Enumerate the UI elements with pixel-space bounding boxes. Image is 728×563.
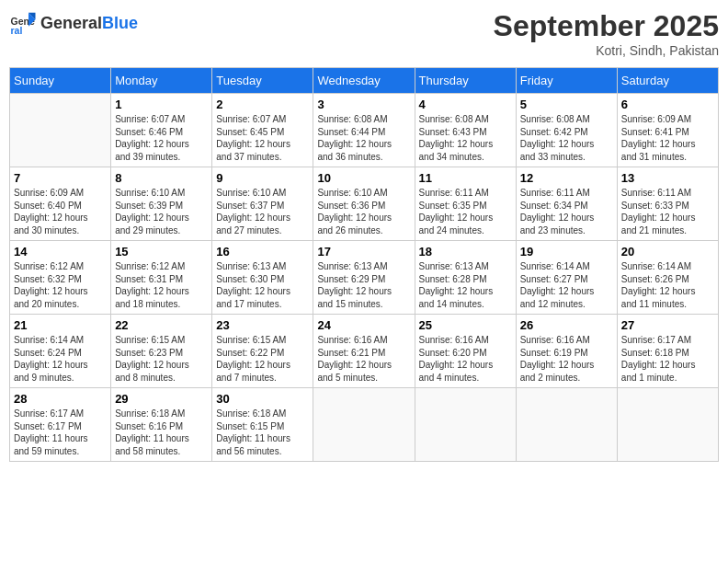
day-detail: Sunrise: 6:10 AM Sunset: 6:37 PM Dayligh… [216,187,309,236]
calendar-cell [313,388,415,462]
day-number: 27 [621,318,714,332]
calendar-cell: 11Sunrise: 6:11 AM Sunset: 6:35 PM Dayli… [415,167,516,241]
day-detail: Sunrise: 6:13 AM Sunset: 6:28 PM Dayligh… [419,260,512,310]
col-header-wednesday: Wednesday [313,68,415,94]
logo-general: General [40,14,102,32]
calendar-cell: 18Sunrise: 6:13 AM Sunset: 6:28 PM Dayli… [415,241,516,315]
day-number: 9 [216,171,309,185]
day-detail: Sunrise: 6:14 AM Sunset: 6:27 PM Dayligh… [520,260,613,310]
calendar-cell: 5Sunrise: 6:08 AM Sunset: 6:42 PM Daylig… [516,94,617,167]
calendar-table: SundayMondayTuesdayWednesdayThursdayFrid… [9,67,719,462]
calendar-week-row: 1Sunrise: 6:07 AM Sunset: 6:46 PM Daylig… [10,94,719,167]
calendar-cell: 20Sunrise: 6:14 AM Sunset: 6:26 PM Dayli… [617,241,718,315]
page-header: Gene ral GeneralBlue September 2025 Kotr… [9,9,719,58]
calendar-cell: 14Sunrise: 6:12 AM Sunset: 6:32 PM Dayli… [10,241,111,315]
calendar-cell: 2Sunrise: 6:07 AM Sunset: 6:45 PM Daylig… [212,94,313,167]
calendar-cell [516,388,617,462]
day-number: 1 [115,98,208,111]
day-number: 16 [216,245,309,259]
day-detail: Sunrise: 6:15 AM Sunset: 6:23 PM Dayligh… [115,334,208,384]
day-detail: Sunrise: 6:09 AM Sunset: 6:40 PM Dayligh… [14,187,107,236]
calendar-cell: 24Sunrise: 6:16 AM Sunset: 6:21 PM Dayli… [313,315,415,388]
day-number: 5 [520,98,613,111]
day-number: 7 [14,171,107,185]
day-number: 3 [317,98,410,111]
day-number: 29 [115,392,208,406]
day-detail: Sunrise: 6:14 AM Sunset: 6:24 PM Dayligh… [14,334,107,384]
day-number: 18 [419,245,512,259]
day-detail: Sunrise: 6:18 AM Sunset: 6:15 PM Dayligh… [216,408,309,457]
calendar-cell: 22Sunrise: 6:15 AM Sunset: 6:23 PM Dayli… [111,315,212,388]
calendar-cell: 8Sunrise: 6:10 AM Sunset: 6:39 PM Daylig… [111,167,212,241]
day-detail: Sunrise: 6:11 AM Sunset: 6:33 PM Dayligh… [621,187,714,236]
day-number: 24 [317,318,410,332]
day-detail: Sunrise: 6:16 AM Sunset: 6:19 PM Dayligh… [520,334,613,384]
month-year-title: September 2025 [494,9,719,43]
day-detail: Sunrise: 6:12 AM Sunset: 6:32 PM Dayligh… [14,260,107,310]
day-detail: Sunrise: 6:17 AM Sunset: 6:18 PM Dayligh… [621,334,714,384]
day-number: 23 [216,318,309,332]
logo-wordmark: GeneralBlue [40,14,138,33]
col-header-saturday: Saturday [617,68,718,94]
day-detail: Sunrise: 6:10 AM Sunset: 6:39 PM Dayligh… [115,187,208,236]
calendar-cell: 3Sunrise: 6:08 AM Sunset: 6:44 PM Daylig… [313,94,415,167]
day-detail: Sunrise: 6:13 AM Sunset: 6:30 PM Dayligh… [216,260,309,310]
calendar-cell: 27Sunrise: 6:17 AM Sunset: 6:18 PM Dayli… [617,315,718,388]
calendar-cell: 4Sunrise: 6:08 AM Sunset: 6:43 PM Daylig… [415,94,516,167]
day-number: 28 [14,392,107,406]
calendar-cell: 7Sunrise: 6:09 AM Sunset: 6:40 PM Daylig… [10,167,111,241]
day-number: 22 [115,318,208,332]
day-detail: Sunrise: 6:16 AM Sunset: 6:21 PM Dayligh… [317,334,410,384]
day-detail: Sunrise: 6:18 AM Sunset: 6:16 PM Dayligh… [115,408,208,457]
day-detail: Sunrise: 6:07 AM Sunset: 6:45 PM Dayligh… [216,113,309,163]
day-detail: Sunrise: 6:13 AM Sunset: 6:29 PM Dayligh… [317,260,410,310]
logo-icon: Gene ral [9,9,37,37]
calendar-cell: 6Sunrise: 6:09 AM Sunset: 6:41 PM Daylig… [617,94,718,167]
calendar-cell: 25Sunrise: 6:16 AM Sunset: 6:20 PM Dayli… [415,315,516,388]
day-number: 20 [621,245,714,259]
calendar-week-row: 28Sunrise: 6:17 AM Sunset: 6:17 PM Dayli… [10,388,719,462]
calendar-cell [415,388,516,462]
day-number: 15 [115,245,208,259]
calendar-week-row: 14Sunrise: 6:12 AM Sunset: 6:32 PM Dayli… [10,241,719,315]
day-detail: Sunrise: 6:12 AM Sunset: 6:31 PM Dayligh… [115,260,208,310]
calendar-header-row: SundayMondayTuesdayWednesdayThursdayFrid… [10,68,719,94]
logo-blue: Blue [102,14,138,32]
day-detail: Sunrise: 6:10 AM Sunset: 6:36 PM Dayligh… [317,187,410,236]
calendar-cell: 17Sunrise: 6:13 AM Sunset: 6:29 PM Dayli… [313,241,415,315]
day-number: 4 [419,98,512,111]
day-detail: Sunrise: 6:16 AM Sunset: 6:20 PM Dayligh… [419,334,512,384]
calendar-cell [617,388,718,462]
calendar-cell: 21Sunrise: 6:14 AM Sunset: 6:24 PM Dayli… [10,315,111,388]
day-number: 13 [621,171,714,185]
day-number: 30 [216,392,309,406]
col-header-friday: Friday [516,68,617,94]
col-header-sunday: Sunday [10,68,111,94]
calendar-cell [10,94,111,167]
calendar-cell: 19Sunrise: 6:14 AM Sunset: 6:27 PM Dayli… [516,241,617,315]
day-detail: Sunrise: 6:08 AM Sunset: 6:42 PM Dayligh… [520,113,613,163]
day-number: 6 [621,98,714,111]
day-detail: Sunrise: 6:15 AM Sunset: 6:22 PM Dayligh… [216,334,309,384]
calendar-cell: 29Sunrise: 6:18 AM Sunset: 6:16 PM Dayli… [111,388,212,462]
calendar-week-row: 21Sunrise: 6:14 AM Sunset: 6:24 PM Dayli… [10,315,719,388]
day-number: 17 [317,245,410,259]
day-number: 21 [14,318,107,332]
calendar-cell: 12Sunrise: 6:11 AM Sunset: 6:34 PM Dayli… [516,167,617,241]
day-detail: Sunrise: 6:08 AM Sunset: 6:44 PM Dayligh… [317,113,410,163]
svg-text:ral: ral [11,25,23,36]
calendar-cell: 13Sunrise: 6:11 AM Sunset: 6:33 PM Dayli… [617,167,718,241]
calendar-cell: 10Sunrise: 6:10 AM Sunset: 6:36 PM Dayli… [313,167,415,241]
day-number: 19 [520,245,613,259]
day-number: 2 [216,98,309,111]
col-header-thursday: Thursday [415,68,516,94]
calendar-cell: 26Sunrise: 6:16 AM Sunset: 6:19 PM Dayli… [516,315,617,388]
col-header-monday: Monday [111,68,212,94]
day-number: 25 [419,318,512,332]
day-detail: Sunrise: 6:17 AM Sunset: 6:17 PM Dayligh… [14,408,107,457]
day-detail: Sunrise: 6:11 AM Sunset: 6:35 PM Dayligh… [419,187,512,236]
calendar-cell: 28Sunrise: 6:17 AM Sunset: 6:17 PM Dayli… [10,388,111,462]
calendar-cell: 23Sunrise: 6:15 AM Sunset: 6:22 PM Dayli… [212,315,313,388]
calendar-cell: 15Sunrise: 6:12 AM Sunset: 6:31 PM Dayli… [111,241,212,315]
day-detail: Sunrise: 6:14 AM Sunset: 6:26 PM Dayligh… [621,260,714,310]
